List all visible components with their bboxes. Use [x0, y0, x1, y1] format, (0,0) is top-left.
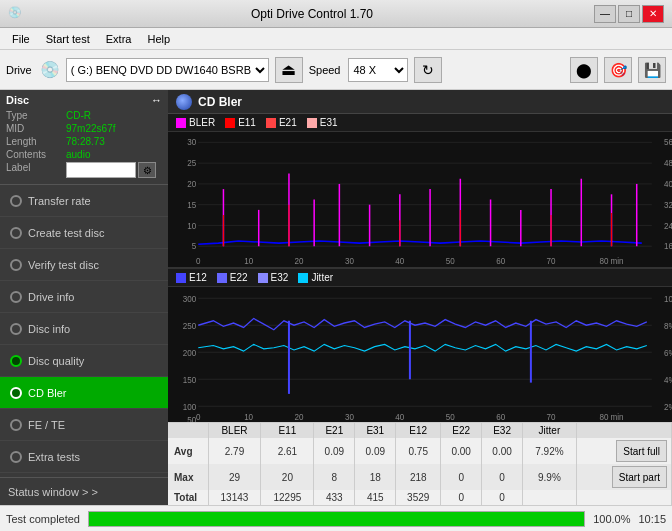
disc-arrow[interactable]: ↔	[151, 94, 162, 106]
legend-bottom: E12 E22 E32 Jitter	[168, 269, 672, 287]
stats-max-bler: 29	[208, 464, 261, 490]
window-controls: — □ ✕	[594, 5, 664, 23]
start-part-button[interactable]: Start part	[612, 466, 667, 488]
eject-button[interactable]: ⏏	[275, 57, 303, 83]
stats-col-e31: E31	[355, 423, 396, 438]
stats-max-e11: 20	[261, 464, 314, 490]
legend-e32: E32	[258, 272, 289, 283]
top-chart-svg: 30 25 20 15 10 5 56 X 48 X 40 X 32 X 24 …	[168, 132, 672, 267]
disc-type-value: CD-R	[66, 110, 91, 121]
drive-label: Drive	[6, 64, 32, 76]
legend-bler-label: BLER	[189, 117, 215, 128]
stats-row-total: Total 13143 12295 433 415 3529 0 0	[168, 490, 672, 505]
stats-avg-jitter: 7.92%	[523, 438, 577, 464]
stats-row-avg: Avg 2.79 2.61 0.09 0.09 0.75 0.00 0.00 7…	[168, 438, 672, 464]
menu-file[interactable]: File	[4, 31, 38, 47]
tool-btn-1[interactable]: ⬤	[570, 57, 598, 83]
stats-area: BLER E11 E21 E31 E12 E22 E32 Jitter Avg	[168, 422, 672, 505]
nav-verify-test-disc[interactable]: Verify test disc	[0, 249, 168, 281]
nav-extra-tests[interactable]: Extra tests	[0, 441, 168, 473]
nav-create-test-disc[interactable]: Create test disc	[0, 217, 168, 249]
nav-label-fe-te: FE / TE	[28, 419, 65, 431]
disc-title: Disc	[6, 94, 29, 106]
stats-max-label: Max	[168, 464, 208, 490]
svg-text:0: 0	[196, 411, 201, 422]
svg-text:56 X: 56 X	[664, 138, 672, 147]
nav-transfer-rate[interactable]: Transfer rate	[0, 185, 168, 217]
stats-col-e21: E21	[314, 423, 355, 438]
legend-e31-color	[307, 118, 317, 128]
nav-icon-fe-te	[10, 419, 22, 431]
cd-bler-icon	[176, 94, 192, 110]
legend-e31-label: E31	[320, 117, 338, 128]
svg-text:24 X: 24 X	[664, 221, 672, 230]
svg-text:40: 40	[395, 411, 404, 422]
stats-total-e32: 0	[482, 490, 523, 505]
svg-text:20: 20	[295, 411, 304, 422]
disc-mid-row: MID 97m22s67f	[6, 123, 162, 134]
stats-total-e11: 12295	[261, 490, 314, 505]
stats-max-jitter: 9.9%	[523, 464, 577, 490]
stats-avg-bler: 2.79	[208, 438, 261, 464]
svg-text:0: 0	[196, 257, 201, 266]
svg-text:40 X: 40 X	[664, 180, 672, 189]
svg-text:10: 10	[244, 411, 253, 422]
legend-e12-color	[176, 273, 186, 283]
stats-total-jitter	[523, 490, 577, 505]
status-window-button[interactable]: Status window > >	[0, 477, 168, 505]
speed-select[interactable]: 48 X Max 4X 8X 16X	[348, 58, 408, 82]
close-button[interactable]: ✕	[642, 5, 664, 23]
disc-label-label: Label	[6, 162, 66, 178]
stats-avg-e11: 2.61	[261, 438, 314, 464]
nav-icon-create-test-disc	[10, 227, 22, 239]
svg-text:70: 70	[547, 257, 556, 266]
nav-disc-info[interactable]: Disc info	[0, 313, 168, 345]
sidebar: Disc ↔ Type CD-R MID 97m22s67f Length 78…	[0, 90, 168, 505]
disc-label-input[interactable]	[66, 162, 136, 178]
legend-bler: BLER	[176, 117, 215, 128]
disc-panel: Disc ↔ Type CD-R MID 97m22s67f Length 78…	[0, 90, 168, 185]
nav-disc-quality[interactable]: Disc quality	[0, 345, 168, 377]
menu-extra[interactable]: Extra	[98, 31, 140, 47]
disc-label-settings-button[interactable]: ⚙	[138, 162, 156, 178]
stats-max-e12: 218	[396, 464, 441, 490]
disc-contents-label: Contents	[6, 149, 66, 160]
start-full-button[interactable]: Start full	[616, 440, 667, 462]
menu-start-test[interactable]: Start test	[38, 31, 98, 47]
menu-help[interactable]: Help	[139, 31, 178, 47]
nav-icon-extra-tests	[10, 451, 22, 463]
stats-row-max: Max 29 20 8 18 218 0 0 9.9% Start part	[168, 464, 672, 490]
nav-label-drive-info: Drive info	[28, 291, 74, 303]
legend-e12: E12	[176, 272, 207, 283]
stats-total-label: Total	[168, 490, 208, 505]
drive-select[interactable]: ( G:) BENQ DVD DD DW1640 BSRB	[66, 58, 269, 82]
nav-fe-te[interactable]: FE / TE	[0, 409, 168, 441]
svg-text:50: 50	[187, 415, 196, 422]
legend-e11: E11	[225, 117, 256, 128]
disc-mid-value: 97m22s67f	[66, 123, 115, 134]
toolbar: Drive 💿 ( G:) BENQ DVD DD DW1640 BSRB ⏏ …	[0, 50, 672, 90]
legend-jitter-label: Jitter	[311, 272, 333, 283]
nav-icon-verify-test-disc	[10, 259, 22, 271]
save-button[interactable]: 💾	[638, 57, 666, 83]
chart-title: CD Bler	[198, 95, 242, 109]
maximize-button[interactable]: □	[618, 5, 640, 23]
svg-text:20: 20	[187, 180, 196, 189]
disc-length-value: 78:28.73	[66, 136, 105, 147]
svg-text:15: 15	[187, 201, 196, 210]
speed-label: Speed	[309, 64, 341, 76]
tool-btn-2[interactable]: 🎯	[604, 57, 632, 83]
top-chart-container: 30 25 20 15 10 5 56 X 48 X 40 X 32 X 24 …	[168, 132, 672, 267]
minimize-button[interactable]: —	[594, 5, 616, 23]
nav-icon-cd-bler	[10, 387, 22, 399]
legend-top: BLER E11 E21 E31	[168, 114, 672, 132]
nav-cd-bler[interactable]: CD Bler	[0, 377, 168, 409]
svg-text:10%: 10%	[664, 293, 672, 304]
refresh-button[interactable]: ↻	[414, 57, 442, 83]
svg-text:200: 200	[183, 347, 197, 358]
status-text: Test completed	[6, 513, 80, 525]
stats-table: BLER E11 E21 E31 E12 E22 E32 Jitter Avg	[168, 423, 672, 505]
nav-drive-info[interactable]: Drive info	[0, 281, 168, 313]
svg-text:2%: 2%	[664, 401, 672, 412]
disc-contents-value: audio	[66, 149, 90, 160]
